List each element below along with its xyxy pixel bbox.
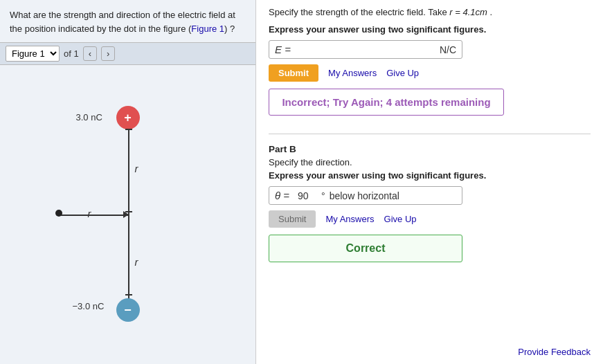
e-input[interactable] — [295, 44, 437, 55]
next-button[interactable]: › — [101, 46, 115, 61]
below-horizontal-label: below horizontal — [330, 190, 399, 201]
question-end: ) ? — [224, 24, 235, 34]
submit-a-button[interactable]: Submit — [269, 64, 318, 82]
charge-pos-symbol: + — [124, 111, 132, 125]
charge-neg-symbol: − — [124, 303, 132, 318]
incorrect-feedback: Incorrect; Try Again; 4 attempts remaini… — [269, 89, 504, 116]
horizontal-arrow — [59, 215, 128, 216]
figure-toolbar: Figure 1 of 1 ‹ › — [0, 42, 255, 65]
give-up-a-link[interactable]: Give Up — [386, 68, 419, 78]
sig-figs-b: Express your answer using two significan… — [269, 170, 591, 181]
prev-button[interactable]: ‹ — [83, 46, 97, 61]
e-unit: N/C — [440, 44, 456, 55]
right-panel: Specify the strength of the electric fie… — [256, 0, 603, 364]
position-dot — [55, 210, 62, 217]
tick-mark-mid — [125, 211, 132, 212]
tick-mark-top — [125, 129, 132, 130]
negative-charge: − — [116, 298, 140, 322]
section-divider — [269, 134, 591, 134]
theta-value: 90 — [298, 190, 317, 201]
figure-inner: + 3.0 nC − −3.0 nC r r r — [52, 104, 204, 325]
r-horizontal-label: r — [88, 208, 91, 219]
positive-charge: + — [116, 106, 140, 129]
give-up-b-link[interactable]: Give Up — [384, 214, 417, 224]
figure-link[interactable]: Figure 1 — [191, 24, 224, 34]
tick-mark-bottom — [125, 294, 132, 295]
left-panel: What are the strength and direction of t… — [0, 0, 256, 364]
my-answers-a-link[interactable]: My Answers — [328, 68, 377, 78]
correct-feedback: Correct — [269, 235, 462, 262]
top-instruction: Specify the strength of the electric fie… — [269, 7, 591, 17]
r-bottom-label: r — [135, 256, 138, 268]
figure-canvas: + 3.0 nC − −3.0 nC r r r — [0, 65, 255, 364]
part-b-header: Part B — [269, 144, 591, 154]
charge-bottom-label: −3.0 nC — [73, 301, 105, 311]
r-value: r = 4.1cm — [449, 7, 487, 17]
provide-feedback-link[interactable]: Provide Feedback — [518, 347, 591, 357]
charge-top-label: 3.0 nC — [76, 112, 102, 122]
theta-label: θ = — [275, 190, 289, 201]
sig-figs-a: Express your answer using two significan… — [269, 24, 591, 35]
r-top-label: r — [135, 163, 138, 174]
action-row-a: Submit My Answers Give Up — [269, 64, 591, 82]
figure-select[interactable]: Figure 1 — [6, 46, 60, 62]
part-b-section: Part B Specify the direction. Express yo… — [269, 144, 591, 269]
degree-symbol: ° — [321, 190, 325, 201]
theta-input-row: θ = 90 ° below horizontal — [269, 186, 462, 205]
figure-of: of 1 — [64, 48, 79, 59]
submit-b-button: Submit — [269, 210, 316, 228]
question-area: What are the strength and direction of t… — [0, 0, 255, 42]
e-label: E = — [275, 44, 291, 55]
e-input-row: E = N/C — [269, 40, 462, 59]
my-answers-b-link[interactable]: My Answers — [325, 214, 374, 224]
part-b-instruction: Specify the direction. — [269, 157, 591, 167]
action-row-b: Submit My Answers Give Up — [269, 210, 591, 228]
